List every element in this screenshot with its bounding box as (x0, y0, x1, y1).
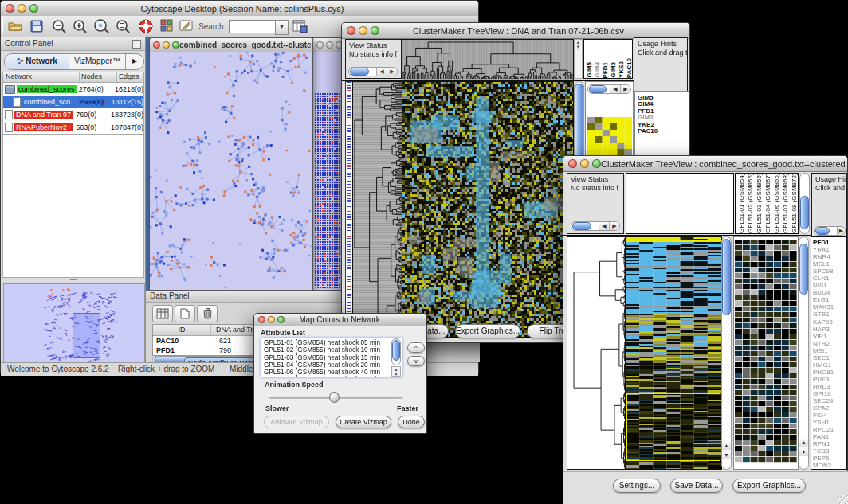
view-status-hscrollbar[interactable]: ◀▶ (571, 221, 620, 231)
list-scroll-arrows[interactable]: ▲▼ (391, 366, 401, 377)
import-table-icon[interactable] (292, 19, 308, 37)
gene-list-item[interactable]: GPI16 (813, 390, 846, 397)
minimize-button[interactable] (359, 26, 367, 35)
attribute-list-item[interactable]: GPL51-07 (GSM868) heat shock 60 min (264, 376, 402, 377)
attribute-list-item[interactable]: GPL51-02 (GSM855) heat shock 10 min (264, 346, 402, 354)
network-window-1-title-bar[interactable]: combined_scores_good.txt--cluste... (150, 38, 312, 53)
new-attribute-icon[interactable] (175, 305, 195, 322)
gene-list-item[interactable]: SEC1 (813, 354, 846, 361)
column-label[interactable]: GPL51-07 (GSM868) (782, 175, 789, 233)
treeview2-row-dendrogram[interactable] (567, 236, 626, 470)
treeview1-row-dendrogram[interactable] (352, 81, 403, 338)
column-label[interactable]: GPL51-03 (GSM856) (756, 175, 763, 233)
resize-grip[interactable] (838, 495, 848, 504)
save-data-button[interactable]: Save Data... (670, 479, 723, 493)
network-name-cell[interactable]: DNA and Tran 07 (3, 110, 74, 119)
network-window-2-title-bar[interactable] (313, 38, 345, 53)
map-dialog-title-bar[interactable]: Map Colors to Network (254, 314, 426, 326)
zoom-button[interactable] (29, 4, 38, 13)
treeview1-zoom-heatmap[interactable] (587, 117, 632, 155)
column-header[interactable]: ID (153, 325, 211, 335)
gene-list-item[interactable]: VIP1 (813, 333, 846, 340)
toolbar-drag-handle[interactable] (2, 18, 6, 34)
treeview1-column-dendrogram[interactable] (402, 39, 574, 80)
animate-vizmap-button[interactable]: Animate Vizmap (264, 416, 329, 428)
open-file-icon[interactable] (7, 19, 23, 37)
gene-list-item[interactable]: MSI1 (813, 347, 846, 354)
gene-list-item[interactable]: MSL1 (813, 260, 846, 268)
gene-list-item[interactable]: SPC98 (813, 268, 846, 275)
gene-list-item[interactable]: HAP3 (813, 326, 846, 333)
birdseye-overview[interactable] (3, 283, 145, 363)
gene-list-item[interactable]: CPA2 (813, 404, 846, 412)
panel-resize-handle[interactable] (2, 279, 144, 283)
tab-vizmapper[interactable]: VizMapper™ (69, 54, 125, 69)
zoom-button[interactable] (172, 41, 179, 49)
gene-list-item[interactable]: FIG4 (813, 412, 846, 419)
column-label[interactable]: GIM5 (586, 62, 593, 78)
gene-list-item[interactable]: PUF3 (813, 376, 846, 383)
treeview2-column-dendrogram[interactable] (626, 173, 734, 234)
done-button[interactable]: Done (398, 416, 425, 428)
column-header[interactable]: Network (3, 72, 80, 82)
gene-list-item[interactable]: HRD3 (813, 383, 846, 390)
gene-list-item[interactable]: GTB1 (813, 311, 846, 318)
attribute-list-vscrollbar[interactable] (391, 338, 401, 365)
column-header[interactable]: Edges (117, 72, 143, 82)
network-table-row[interactable]: combined_scores2764(0)16218(0) (3, 83, 143, 96)
network-canvas-1[interactable] (150, 52, 312, 290)
column-label[interactable]: GPL51-08 (GSM872) (791, 175, 798, 233)
gene-list-item[interactable]: MAK31 (813, 303, 846, 311)
gene-list-item[interactable]: CLN1 (813, 275, 846, 282)
treeview1-column-scroll-strip[interactable]: ▲▼ (574, 39, 583, 79)
attribute-list-item[interactable]: GPL51-03 (GSM856) heat shock 15 min (264, 354, 402, 361)
treeview2-labels-vscrollbar[interactable] (799, 173, 810, 234)
scrollbar-thumb[interactable] (799, 244, 808, 295)
gene-list-item[interactable]: YRA1 (813, 246, 846, 253)
zoom-button[interactable] (277, 316, 285, 323)
column-label[interactable]: GIM4 (594, 62, 601, 78)
minimize-button[interactable] (163, 41, 170, 49)
column-label[interactable]: GPL51-01 (GSM854) (738, 175, 745, 233)
gene-list-item[interactable]: ELG1 (813, 296, 846, 303)
scrollbar-thumb[interactable] (722, 239, 731, 315)
move-down-button[interactable]: v (407, 356, 425, 366)
gene-list-item[interactable]: PFD1 (813, 239, 846, 246)
minimize-button[interactable] (580, 159, 589, 168)
gene-list-item[interactable]: KAP95 (813, 318, 846, 326)
zoom-in-icon[interactable] (73, 19, 88, 37)
gene-list-item[interactable]: SEC24 (813, 397, 846, 404)
column-header[interactable]: Nodes (80, 72, 117, 82)
network-table-row[interactable]: combined_sco2569(6)13112(15) (3, 96, 143, 108)
gene-list-item[interactable]: PAN1 (813, 433, 846, 440)
speed-slider-thumb[interactable] (329, 392, 340, 403)
settings-button[interactable]: Settings... (613, 479, 661, 493)
gene-list-item[interactable]: BUD4 (813, 289, 846, 296)
gene-list-item[interactable]: RPO21 (813, 426, 846, 433)
gene-list-item[interactable]: PEP5 (813, 455, 846, 462)
gene-list-item[interactable]: PAC10 (638, 128, 689, 135)
export-graphics-button[interactable]: Export Graphics... (732, 479, 806, 493)
column-label[interactable]: PFD1 (602, 62, 609, 78)
network-table-row[interactable]: RNAPuberNov2+563(0)107847(0) (3, 121, 143, 134)
close-button[interactable] (316, 41, 324, 49)
gene-list-item[interactable]: RPN1 (813, 440, 846, 447)
delete-attribute-icon[interactable] (197, 305, 218, 322)
treeview2-zoom-vscrollbar[interactable]: ▲▼ (799, 236, 809, 470)
main-title-bar[interactable]: Cytoscape Desktop (Session Name: collins… (1, 1, 478, 17)
tab-network[interactable]: Network (5, 54, 69, 69)
zoom-out-icon[interactable] (52, 19, 68, 37)
treeview1-title-bar[interactable]: ClusterMaker TreeView : DNA and Tran 07-… (342, 23, 689, 39)
network-name-cell[interactable]: combined_sco (3, 97, 77, 107)
treeview1-heatmap[interactable] (402, 81, 574, 338)
zoom-selected-icon[interactable] (93, 19, 111, 37)
close-button[interactable] (6, 4, 14, 13)
treeview2-title-bar[interactable]: ClusterMaker TreeView : combined_scores_… (563, 156, 847, 172)
move-up-button[interactable]: ^ (407, 342, 425, 353)
vizmapper-icon[interactable] (160, 19, 174, 36)
column-label[interactable]: GPL51-02 (GSM855) (747, 175, 754, 233)
close-button[interactable] (568, 159, 577, 168)
attribute-table-icon[interactable] (152, 305, 173, 322)
minimize-button[interactable] (18, 4, 26, 13)
treeview2-vscrollbar[interactable]: ▲▼ (721, 236, 732, 470)
